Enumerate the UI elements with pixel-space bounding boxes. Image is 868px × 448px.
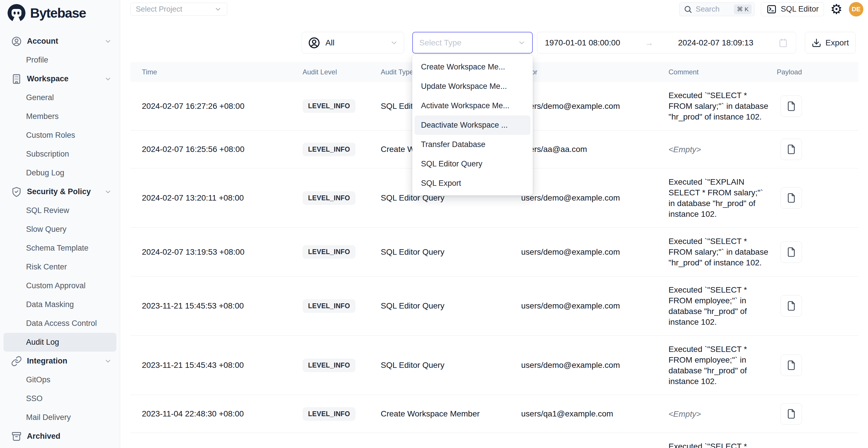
brand-logo[interactable]: Bytebase: [0, 0, 120, 22]
sidebar-item-general[interactable]: General: [3, 88, 116, 107]
menu-item-create-workspace-member[interactable]: Create Workspace Me...: [414, 57, 530, 77]
payload-cell: [777, 403, 859, 424]
sidebar: Bytebase Account Profile Workspace Gener…: [0, 0, 120, 448]
actor-cell: users/demo@example.com: [521, 193, 669, 202]
calendar-icon: [778, 38, 788, 48]
level-badge: LEVEL_INFO: [303, 299, 355, 313]
sidebar-item-security-policy[interactable]: Security & Policy: [3, 182, 116, 201]
download-icon: [811, 38, 822, 48]
sidebar-item-sso[interactable]: SSO: [3, 389, 116, 408]
level-badge: LEVEL_INFO: [303, 143, 355, 156]
payload-view-button[interactable]: [781, 242, 802, 263]
file-icon: [786, 360, 797, 371]
file-icon: [786, 247, 797, 257]
chevron-down-icon: [104, 357, 112, 365]
sidebar-item-mail-delivery[interactable]: Mail Delivery: [3, 408, 116, 427]
actor-filter-select[interactable]: All: [302, 32, 404, 54]
payload-view-button[interactable]: [781, 139, 802, 160]
comment-cell: Executed `"SELECT * FROM employee;"` in …: [669, 285, 777, 327]
menu-item-update-workspace-member[interactable]: Update Workspace Me...: [414, 77, 530, 96]
date-from: 1970-01-01 08:00:00: [545, 38, 620, 47]
sidebar-item-gitops[interactable]: GitOps: [3, 371, 116, 389]
audit-type-cell: SQL Editor Query: [381, 248, 521, 257]
audit-level-cell: LEVEL_INFO: [303, 99, 381, 113]
sidebar-item-schema-template[interactable]: Schema Template: [3, 239, 116, 258]
search-input[interactable]: Search ⌘ K: [679, 2, 754, 16]
chevron-down-icon: [390, 39, 398, 47]
comment-cell: Executed `"SELECT * FROM salary;"` in da…: [669, 236, 777, 268]
project-select[interactable]: Select Project: [130, 3, 227, 15]
avatar[interactable]: DE: [849, 2, 863, 17]
table-row: 2023-11-04 22:48:30 +08:00 LEVEL_INFO Cr…: [130, 395, 859, 433]
menu-item-deactivate-workspace-member[interactable]: Deactivate Workspace ...: [414, 116, 530, 135]
payload-view-button[interactable]: [781, 403, 802, 424]
column-header-audit-level: Audit Level: [303, 68, 381, 76]
file-icon: [786, 193, 797, 203]
search-icon: [684, 5, 692, 13]
menu-item-sql-export[interactable]: SQL Export: [414, 174, 530, 193]
sidebar-item-sql-review[interactable]: SQL Review: [3, 201, 116, 220]
menu-item-activate-workspace-member[interactable]: Activate Workspace Me...: [414, 96, 530, 116]
user-circle-icon: [308, 36, 320, 49]
topbar: Select Project Search ⌘ K SQL Editor ⚙ D…: [120, 0, 868, 18]
payload-view-button[interactable]: [781, 354, 802, 376]
sidebar-item-debug-log[interactable]: Debug Log: [3, 163, 116, 182]
payload-view-button[interactable]: [781, 96, 802, 117]
time-cell: 2023-11-21 15:45:43 +08:00: [130, 361, 303, 370]
gear-icon[interactable]: ⚙: [830, 2, 842, 16]
actor-cell: users/qa1@example.com: [521, 409, 669, 418]
comment-cell: <Empty>: [669, 409, 777, 419]
payload-cell: [777, 139, 859, 160]
table-row: 2023-11-04 21:26:34 +08:00 LEVEL_INFO SQ…: [130, 433, 859, 448]
export-button[interactable]: Export: [805, 32, 856, 54]
sidebar-item-slow-query[interactable]: Slow Query: [3, 220, 116, 239]
sidebar-item-custom-approval[interactable]: Custom Approval: [3, 277, 116, 295]
sidebar-item-subscription[interactable]: Subscription: [3, 145, 116, 163]
file-icon: [786, 409, 797, 419]
comment-cell: Executed `"SELECT * FROM department;"` i…: [669, 441, 777, 448]
sidebar-item-custom-roles[interactable]: Custom Roles: [3, 126, 116, 145]
sidebar-item-members[interactable]: Members: [3, 107, 116, 126]
actor-cell: users/demo@example.com: [521, 248, 669, 257]
payload-cell: [777, 242, 859, 263]
actor-cell: users/demo@example.com: [521, 301, 669, 311]
payload-view-button[interactable]: [781, 187, 802, 209]
sidebar-item-integration[interactable]: Integration: [3, 352, 116, 371]
time-cell: 2024-02-07 16:27:26 +08:00: [130, 102, 303, 111]
date-range-picker[interactable]: 1970-01-01 08:00:00 → 2024-02-07 18:09:1…: [537, 32, 796, 54]
comment-cell: Executed `"SELECT * FROM salary;"` in da…: [669, 90, 777, 122]
level-badge: LEVEL_INFO: [303, 99, 355, 113]
sidebar-nav: Account Profile Workspace General Member…: [0, 28, 120, 448]
sidebar-item-risk-center[interactable]: Risk Center: [3, 258, 116, 277]
menu-item-sql-editor-query[interactable]: SQL Editor Query: [414, 154, 530, 174]
actor-cell: users/aa@aa.com: [521, 145, 669, 154]
brand-name: Bytebase: [30, 5, 86, 21]
audit-level-cell: LEVEL_INFO: [303, 245, 381, 259]
sidebar-item-account[interactable]: Account: [3, 32, 116, 51]
menu-item-transfer-database[interactable]: Transfer Database: [414, 135, 530, 154]
sidebar-item-archived[interactable]: Archived: [3, 427, 116, 446]
type-filter-select[interactable]: Select Type: [412, 32, 533, 54]
column-header-comment: Comment: [669, 68, 777, 76]
chevron-down-icon: [104, 38, 112, 45]
sidebar-item-audit-log[interactable]: Audit Log: [3, 333, 116, 352]
chevron-down-icon: [518, 39, 526, 47]
sidebar-item-data-access-control[interactable]: Data Access Control: [3, 314, 116, 333]
topbar-actions: Search ⌘ K SQL Editor ⚙ DE: [679, 2, 863, 17]
sidebar-item-workspace[interactable]: Workspace: [3, 69, 116, 88]
audit-level-cell: LEVEL_INFO: [303, 143, 381, 156]
payload-cell: [777, 96, 859, 117]
audit-level-cell: LEVEL_INFO: [303, 299, 381, 313]
payload-view-button[interactable]: [781, 295, 802, 317]
column-header-actor: Actor: [521, 68, 669, 76]
link-icon: [11, 356, 22, 367]
comment-cell: Executed `"EXPLAIN SELECT * FROM salary;…: [669, 177, 777, 219]
comment-cell: <Empty>: [669, 144, 777, 155]
terminal-icon: [766, 4, 777, 15]
chevron-down-icon: [104, 75, 112, 83]
sql-editor-button[interactable]: SQL Editor: [761, 2, 824, 16]
sidebar-item-data-masking[interactable]: Data Masking: [3, 295, 116, 314]
level-badge: LEVEL_INFO: [303, 359, 355, 372]
user-circle-icon: [11, 36, 22, 47]
sidebar-item-profile[interactable]: Profile: [3, 51, 116, 69]
